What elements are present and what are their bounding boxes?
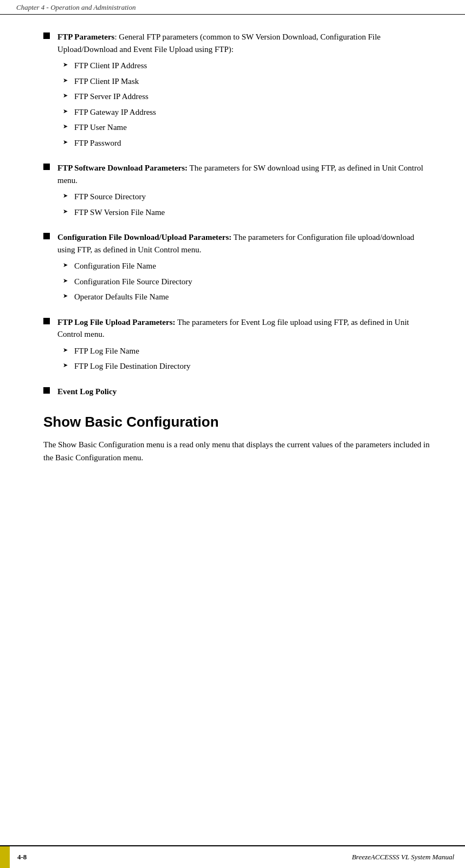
arrow-bullet-icon: ➤ [63,122,68,131]
main-content: FTP Parameters: General FTP parameters (… [0,15,465,845]
sub-item: ➤Configuration File Source Directory [63,276,432,288]
sub-item: ➤FTP User Name [63,121,432,134]
section-paragraph: The Show Basic Configuration menu is a r… [43,438,432,464]
sub-item-text: FTP SW Version File Name [74,206,165,219]
arrow-bullet-icon: ➤ [63,291,68,301]
bullet-text-ftp-software: FTP Software Download Parameters: The pa… [57,162,432,221]
sub-item-text: Configuration File Name [74,260,156,272]
sub-item: ➤Configuration File Name [63,260,432,272]
sub-list-ftp-log: ➤FTP Log File Name➤FTP Log File Destinat… [63,345,432,373]
sub-item-text: FTP Source Directory [74,191,146,203]
sub-item-text: Operator Defaults File Name [74,291,169,303]
arrow-bullet-icon: ➤ [63,191,68,200]
sub-item-text: FTP Client IP Address [74,60,147,72]
arrow-bullet-icon: ➤ [63,361,68,370]
bullet-list: FTP Parameters: General FTP parameters (… [43,31,432,397]
arrow-bullet-icon: ➤ [63,76,68,85]
page-container: Chapter 4 - Operation and Administration… [0,0,465,868]
bullet-item-config-file: Configuration File Download/Upload Param… [43,231,432,306]
page-number: 4-8 [10,846,42,868]
sub-item-text: Configuration File Source Directory [74,276,192,288]
arrow-bullet-icon: ➤ [63,207,68,216]
sub-item-text: FTP Server IP Address [74,90,148,103]
arrow-bullet-icon: ➤ [63,260,68,270]
sub-list-ftp-parameters: ➤FTP Client IP Address➤FTP Client IP Mas… [63,60,432,149]
chapter-header-text: Chapter 4 - Operation and Administration [16,3,135,11]
arrow-bullet-icon: ➤ [63,345,68,355]
sub-item: ➤FTP Log File Name [63,345,432,357]
section-heading: Show Basic Configuration [43,414,432,430]
sub-item-text: FTP Password [74,137,121,149]
sub-item: ➤FTP Server IP Address [63,90,432,103]
bullet-text-event-log: Event Log Policy [57,386,432,398]
sub-item-text: FTP Log File Name [74,345,139,357]
sub-item: ➤FTP Client IP Address [63,60,432,72]
bullet-square-icon [43,387,50,394]
sub-list-config-file: ➤Configuration File Name➤Configuration F… [63,260,432,303]
arrow-bullet-icon: ➤ [63,107,68,116]
sub-item-text: FTP Gateway IP Address [74,106,156,119]
footer-title: BreezeACCESSS VL System Manual [42,846,465,868]
arrow-bullet-icon: ➤ [63,276,68,285]
bullet-square-icon [43,233,50,239]
bullet-square-icon [43,32,50,39]
bullet-square-icon [43,318,50,324]
bullet-text-ftp-parameters: FTP Parameters: General FTP parameters (… [57,31,432,152]
sub-item: ➤FTP Log File Destination Directory [63,360,432,373]
sub-item: ➤Operator Defaults File Name [63,291,432,303]
page-footer: 4-8 BreezeACCESSS VL System Manual [0,845,465,868]
bullet-square-icon [43,164,50,170]
sub-item: ➤FTP SW Version File Name [63,206,432,219]
bullet-item-ftp-log: FTP Log File Upload Parameters: The para… [43,316,432,376]
sub-item: ➤FTP Client IP Mask [63,75,432,88]
arrow-bullet-icon: ➤ [63,91,68,100]
bullet-item-ftp-parameters: FTP Parameters: General FTP parameters (… [43,31,432,152]
sub-item-text: FTP User Name [74,121,127,134]
chapter-header: Chapter 4 - Operation and Administration [0,0,465,15]
sub-item: ➤FTP Source Directory [63,191,432,203]
sub-item-text: FTP Log File Destination Directory [74,360,190,373]
footer-accent-bar [0,846,10,868]
bullet-item-ftp-software: FTP Software Download Parameters: The pa… [43,162,432,221]
bullet-item-event-log: Event Log Policy [43,386,432,398]
sub-item-text: FTP Client IP Mask [74,75,139,88]
bullet-text-ftp-log: FTP Log File Upload Parameters: The para… [57,316,432,376]
bullet-text-config-file: Configuration File Download/Upload Param… [57,231,432,306]
arrow-bullet-icon: ➤ [63,60,68,69]
sub-item: ➤FTP Password [63,137,432,149]
sub-list-ftp-software: ➤FTP Source Directory➤FTP SW Version Fil… [63,191,432,218]
arrow-bullet-icon: ➤ [63,138,68,147]
sub-item: ➤FTP Gateway IP Address [63,106,432,119]
